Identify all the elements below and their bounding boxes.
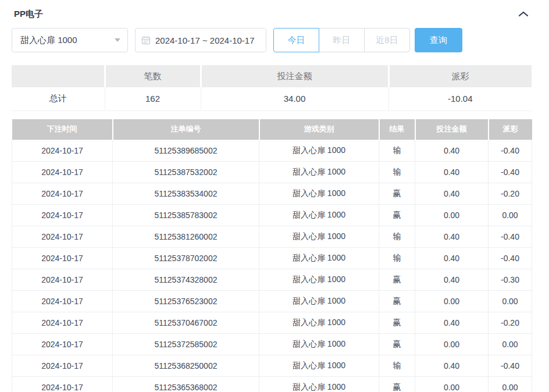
cell-payout: 0.00 [489, 291, 532, 312]
table-row: 2024-10-1751125368250002甜入心扉 1000输0.40-0… [12, 355, 532, 377]
game-select[interactable]: 甜入心扉 1000 [12, 28, 128, 52]
cell-game-type: 甜入心扉 1000 [259, 183, 379, 205]
cell-bet-time: 2024-10-17 [12, 248, 113, 269]
cell-payout: -0.40 [489, 248, 532, 269]
cell-payout: -0.20 [489, 312, 532, 334]
cell-order-no: 51125381260002 [113, 226, 259, 248]
col-game-type: 游戏类别 [259, 119, 379, 140]
date-range-value: 2024-10-17 ~ 2024-10-17 [155, 35, 255, 45]
cell-bet-amount: 0.40 [415, 269, 489, 291]
cell-result: 输 [379, 226, 415, 248]
bet-table-body: 2024-10-1751125389685002甜入心扉 1000输0.40-0… [12, 140, 532, 392]
summary-col-count: 笔数 [105, 65, 201, 87]
cell-result: 赢 [379, 312, 415, 334]
panel-header: PP电子 [12, 0, 532, 22]
cell-bet-time: 2024-10-17 [12, 355, 113, 377]
table-row: 2024-10-1751125372585002甜入心扉 1000赢0.000.… [12, 334, 532, 355]
cell-order-no: 51125385783002 [113, 205, 259, 226]
cell-bet-time: 2024-10-17 [12, 183, 113, 205]
cell-game-type: 甜入心扉 1000 [259, 269, 379, 291]
last-8-days-button[interactable]: 近8日 [364, 28, 410, 52]
summary-col-bet-amount: 投注金额 [201, 65, 388, 87]
cell-bet-time: 2024-10-17 [12, 162, 113, 183]
pp-electronic-panel: PP电子 甜入心扉 1000 [12, 0, 532, 392]
bet-records-table: 下注时间 注单编号 游戏类别 结果 投注金额 派彩 2024-10-175112… [12, 119, 532, 392]
cell-result: 赢 [379, 269, 415, 291]
cell-bet-time: 2024-10-17 [12, 269, 113, 291]
cell-result: 赢 [379, 334, 415, 355]
cell-bet-time: 2024-10-17 [12, 226, 113, 248]
summary-table: 笔数 投注金额 派彩 总计 162 34.00 -10.04 [12, 65, 532, 111]
page-title: PP电子 [14, 9, 43, 20]
cell-result: 赢 [379, 183, 415, 205]
cell-order-no: 51125365368002 [113, 377, 259, 392]
cell-payout: -0.40 [489, 226, 532, 248]
cell-game-type: 甜入心扉 1000 [259, 355, 379, 377]
cell-bet-amount: 0.00 [415, 205, 489, 226]
cell-game-type: 甜入心扉 1000 [259, 312, 379, 334]
date-range-input[interactable]: 2024-10-17 ~ 2024-10-17 [135, 28, 266, 52]
table-row: 2024-10-1751125383534002甜入心扉 1000赢0.40-0… [12, 183, 532, 205]
cell-bet-amount: 0.00 [415, 291, 489, 312]
cell-bet-amount: 0.00 [415, 377, 489, 392]
cell-order-no: 51125387532002 [113, 162, 259, 183]
cell-bet-amount: 0.40 [415, 140, 489, 162]
table-row: 2024-10-1751125374328002甜入心扉 1000赢0.40-0… [12, 269, 532, 291]
cell-result: 赢 [379, 291, 415, 312]
yesterday-button[interactable]: 昨日 [319, 28, 365, 52]
cell-bet-time: 2024-10-17 [12, 140, 113, 162]
summary-total-bet-amount: 34.00 [201, 87, 388, 111]
cell-payout: 0.00 [489, 334, 532, 355]
cell-game-type: 甜入心扉 1000 [259, 248, 379, 269]
table-row: 2024-10-1751125365368002甜入心扉 1000赢0.000.… [12, 377, 532, 392]
col-bet-amount: 投注金额 [415, 119, 489, 140]
cell-order-no: 51125378702002 [113, 248, 259, 269]
chevron-down-icon [115, 38, 120, 42]
cell-bet-amount: 0.40 [415, 355, 489, 377]
table-row: 2024-10-1751125370467002甜入心扉 1000赢0.40-0… [12, 312, 532, 334]
col-payout: 派彩 [489, 119, 532, 140]
cell-order-no: 51125374328002 [113, 269, 259, 291]
cell-bet-amount: 0.40 [415, 248, 489, 269]
cell-bet-time: 2024-10-17 [12, 291, 113, 312]
game-select-value: 甜入心扉 1000 [20, 35, 77, 46]
cell-bet-time: 2024-10-17 [12, 312, 113, 334]
today-button[interactable]: 今日 [273, 28, 319, 52]
cell-order-no: 51125368250002 [113, 355, 259, 377]
col-result: 结果 [379, 119, 415, 140]
summary-total-payout: -10.04 [388, 87, 532, 111]
collapse-panel-button[interactable] [515, 7, 532, 21]
cell-result: 输 [379, 162, 415, 183]
cell-payout: -0.40 [489, 140, 532, 162]
cell-game-type: 甜入心扉 1000 [259, 205, 379, 226]
filter-bar: 甜入心扉 1000 2024-10-17 ~ 2024-10-17 [12, 28, 532, 52]
col-order-no: 注单编号 [113, 119, 259, 140]
quick-date-button-group: 今日 昨日 近8日 [273, 28, 410, 52]
cell-bet-amount: 0.40 [415, 162, 489, 183]
cell-result: 赢 [379, 205, 415, 226]
calendar-icon [141, 35, 151, 45]
cell-game-type: 甜入心扉 1000 [259, 162, 379, 183]
query-button[interactable]: 查询 [415, 28, 462, 52]
table-row: 2024-10-1751125387532002甜入心扉 1000输0.40-0… [12, 162, 532, 183]
summary-total-label: 总计 [12, 87, 105, 111]
table-row: 2024-10-1751125376523002甜入心扉 1000赢0.000.… [12, 291, 532, 312]
table-row: 2024-10-1751125378702002甜入心扉 1000输0.40-0… [12, 248, 532, 269]
cell-game-type: 甜入心扉 1000 [259, 140, 379, 162]
cell-bet-time: 2024-10-17 [12, 377, 113, 392]
cell-payout: -0.40 [489, 355, 532, 377]
table-row: 2024-10-1751125381260002甜入心扉 1000输0.40-0… [12, 226, 532, 248]
cell-payout: -0.40 [489, 162, 532, 183]
chevron-up-icon [519, 11, 528, 17]
cell-result: 输 [379, 355, 415, 377]
cell-order-no: 51125376523002 [113, 291, 259, 312]
cell-game-type: 甜入心扉 1000 [259, 226, 379, 248]
cell-result: 输 [379, 248, 415, 269]
cell-game-type: 甜入心扉 1000 [259, 377, 379, 392]
cell-payout: -0.20 [489, 183, 532, 205]
cell-result: 输 [379, 140, 415, 162]
col-bet-time: 下注时间 [12, 119, 113, 140]
table-row: 2024-10-1751125385783002甜入心扉 1000赢0.000.… [12, 205, 532, 226]
summary-col-empty [12, 65, 105, 87]
summary-col-payout: 派彩 [388, 65, 532, 87]
